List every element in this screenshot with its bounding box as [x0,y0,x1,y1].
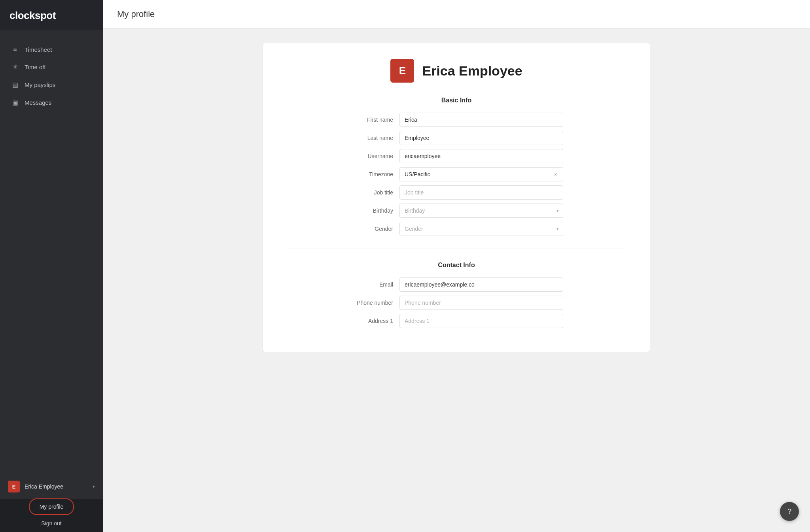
timezone-label: Timezone [350,171,393,177]
username-row: Username [350,149,563,163]
email-label: Email [350,281,393,288]
contact-info-title: Contact Info [287,262,626,269]
phone-row: Phone number [350,296,563,310]
brand-name: clockspot [9,9,56,21]
username-input[interactable] [399,149,563,163]
profile-full-name: Erica Employee [422,63,522,79]
timeoff-icon: ✳ [11,63,19,71]
sidebar-signout[interactable]: Sign out [0,515,103,532]
birthday-placeholder: Birthday [405,208,556,214]
contact-info-form: Email Phone number Address 1 [350,277,563,328]
sidebar: clockspot ≡ Timesheet ✳ Time off ▤ My pa… [0,0,103,532]
sidebar-item-timesheet[interactable]: ≡ Timesheet [0,41,103,58]
signout-label: Sign out [41,520,61,526]
profile-card: E Erica Employee Basic Info First name L… [263,43,650,352]
last-name-input[interactable] [399,131,563,145]
timezone-row: Timezone × [350,167,563,181]
sidebar-username: Erica Employee [25,483,88,490]
timesheet-icon: ≡ [11,46,19,53]
address1-row: Address 1 [350,314,563,328]
content: E Erica Employee Basic Info First name L… [103,28,810,532]
job-title-label: Job title [350,189,393,196]
gender-row: Gender Gender ▾ [350,222,563,236]
question-icon: ? [787,507,791,516]
address1-input[interactable] [399,314,563,328]
main: My profile E Erica Employee Basic Info F… [103,0,810,532]
sidebar-item-payslips[interactable]: ▤ My payslips [0,76,103,94]
sidebar-user[interactable]: E Erica Employee ▾ [0,474,103,499]
sidebar-item-my-profile[interactable]: My profile [0,499,103,515]
address1-label: Address 1 [350,318,393,324]
first-name-input[interactable] [399,113,563,127]
avatar: E [390,59,414,83]
sidebar-item-label: My payslips [25,81,55,88]
username-label: Username [350,153,393,159]
sidebar-nav: ≡ Timesheet ✳ Time off ▤ My payslips ▣ M… [0,30,103,474]
sidebar-item-label: Messages [25,99,51,106]
chevron-down-icon: ▾ [556,226,559,232]
sidebar-item-label: Time off [25,64,45,70]
last-name-row: Last name [350,131,563,145]
sidebar-bottom: E Erica Employee ▾ My profile Sign out [0,474,103,532]
first-name-label: First name [350,117,393,123]
gender-select[interactable]: Gender ▾ [399,222,563,236]
chevron-down-icon: ▾ [93,484,95,489]
job-title-row: Job title [350,185,563,200]
payslips-icon: ▤ [11,81,19,89]
section-divider [287,249,626,249]
sidebar-item-label: Timesheet [25,46,52,53]
email-row: Email [350,277,563,292]
gender-placeholder: Gender [405,226,556,232]
last-name-label: Last name [350,135,393,141]
help-button[interactable]: ? [780,502,799,521]
birthday-select[interactable]: Birthday ▾ [399,204,563,218]
profile-header: E Erica Employee [287,59,626,83]
job-title-input[interactable] [399,185,563,200]
sidebar-item-timeoff[interactable]: ✳ Time off [0,58,103,76]
phone-label: Phone number [350,300,393,306]
gender-label: Gender [350,226,393,232]
phone-input[interactable] [399,296,563,310]
avatar: E [8,481,20,492]
basic-info-form: First name Last name Username Timezone × [350,113,563,236]
email-input[interactable] [399,277,563,292]
timezone-input[interactable] [405,168,553,181]
sidebar-logo: clockspot [0,0,103,30]
birthday-row: Birthday Birthday ▾ [350,204,563,218]
messages-icon: ▣ [11,99,19,106]
birthday-label: Birthday [350,208,393,214]
sidebar-item-messages[interactable]: ▣ Messages [0,94,103,111]
page-title: My profile [117,9,155,19]
header: My profile [103,0,810,28]
my-profile-label: My profile [40,504,64,510]
chevron-down-icon: ▾ [556,208,559,213]
first-name-row: First name [350,113,563,127]
timezone-field[interactable]: × [399,167,563,181]
clear-icon[interactable]: × [553,170,559,178]
basic-info-title: Basic Info [287,97,626,104]
